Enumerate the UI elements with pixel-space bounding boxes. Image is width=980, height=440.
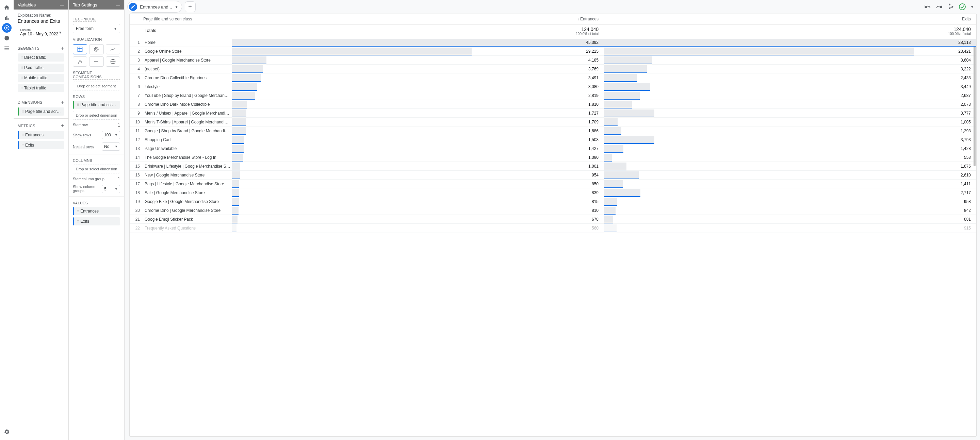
nav-configure-icon[interactable]	[2, 43, 11, 53]
table-row[interactable]: 20Chrome Dino | Google Merchandise Store…	[130, 206, 976, 215]
visualization-label: VISUALIZATION	[73, 37, 120, 42]
table-row[interactable]: 15Drinkware | Lifestyle | Google Merchan…	[130, 162, 976, 171]
cell-entrances: 4,185	[232, 56, 604, 64]
edit-tab-icon[interactable]	[129, 3, 137, 11]
viz-geo-icon[interactable]	[106, 56, 120, 67]
svg-point-3	[6, 37, 8, 39]
drag-handle-icon: ⠿	[76, 210, 78, 213]
table-body[interactable]: 1Home45,39228,1132Google Online Store29,…	[130, 38, 976, 436]
nav-home-icon[interactable]	[2, 3, 11, 12]
table-row[interactable]: 16New | Google Merchandise Store9542,610	[130, 171, 976, 179]
table-row[interactable]: 13Page Unavailable1,4271,428	[130, 144, 976, 153]
nav-reports-icon[interactable]	[2, 13, 11, 22]
nav-explore-icon[interactable]	[2, 23, 11, 33]
nav-advertising-icon[interactable]	[2, 33, 11, 43]
chip-entrances[interactable]: ⠿Entrances	[18, 131, 64, 139]
active-tab[interactable]: Entrances and... ▼	[127, 1, 182, 13]
viz-scatter-icon[interactable]	[73, 56, 87, 67]
table-row[interactable]: 11Google | Shop by Brand | Google Mercha…	[130, 127, 976, 135]
nav-admin-gear-icon[interactable]	[2, 427, 11, 437]
chevron-down-icon: ▼	[115, 187, 118, 191]
collapse-variables-icon[interactable]: —	[60, 2, 64, 8]
technique-value: Free form	[76, 26, 94, 31]
table-row[interactable]: 4(not set)3,7693,222	[130, 65, 976, 73]
table-row[interactable]: 17Bags | Lifestyle | Google Merchandise …	[130, 179, 976, 188]
viz-table-icon[interactable]	[73, 44, 87, 54]
table-row[interactable]: 2Google Online Store29,22523,421	[130, 47, 976, 56]
cell-exits: 681	[604, 215, 976, 223]
viz-bar-icon[interactable]	[89, 56, 103, 67]
table-row[interactable]: 3Apparel | Google Merchandise Store4,185…	[130, 56, 976, 65]
table-row[interactable]: 18Sale | Google Merchandise Store8392,71…	[130, 188, 976, 197]
chevron-down-icon: ▼	[115, 133, 118, 137]
nested-rows-select[interactable]: No▼	[102, 143, 120, 151]
table-row[interactable]: 6Lifestyle3,0803,449	[130, 82, 976, 91]
chip-tablet-traffic[interactable]: ⠿Tablet traffic	[18, 84, 64, 92]
collapse-tab-settings-icon[interactable]: —	[116, 2, 120, 8]
start-row-value[interactable]: 1	[118, 122, 120, 127]
table-row[interactable]: 22Frequently Asked Questions560915	[130, 224, 976, 233]
date-range-value: Apr 10 - May 9, 2022	[20, 32, 62, 37]
tab-settings-panel: Tab Settings — TECHNIQUE Free form ▼ VIS…	[69, 0, 124, 440]
cell-exits: 1,675	[604, 162, 976, 170]
chip-exits[interactable]: ⠿Exits	[18, 141, 64, 149]
redo-icon[interactable]	[936, 3, 943, 10]
header-entrances[interactable]: ↓ Entrances	[232, 14, 604, 24]
table-row[interactable]: 14The Google Merchandise Store - Log In1…	[130, 153, 976, 162]
viz-donut-icon[interactable]	[89, 44, 103, 54]
share-icon[interactable]	[947, 3, 954, 10]
sort-arrow-down-icon: ↓	[578, 17, 579, 21]
table-row[interactable]: 5Chrome Dino Collectible Figurines3,4912…	[130, 73, 976, 82]
chip-direct-traffic[interactable]: ⠿Direct traffic	[18, 53, 64, 62]
cell-entrances: 839	[232, 188, 604, 197]
main-area: Entrances and... ▼ + ▼ Page title and sc…	[124, 0, 980, 440]
table-row[interactable]: 10Men's T-Shirts | Apparel | Google Merc…	[130, 118, 976, 127]
cell-entrances: 810	[232, 206, 604, 214]
more-menu-icon[interactable]: ▼	[970, 5, 974, 9]
segment-comparison-dropzone[interactable]: Drop or select segment	[73, 82, 120, 91]
chip-paid-traffic[interactable]: ⠿Paid traffic	[18, 64, 64, 72]
date-range-picker[interactable]: Custom Apr 10 - May 9, 2022 ▼	[18, 27, 64, 38]
add-segment-button[interactable]: +	[61, 45, 64, 51]
header-dimension[interactable]: Page title and screen class	[143, 14, 232, 24]
table-row[interactable]: 9Men's / Unisex | Apparel | Google Merch…	[130, 109, 976, 118]
segment-comparisons-label: SEGMENT COMPARISONS	[73, 71, 120, 79]
table-row[interactable]: 8Chrome Dino Dark Mode Collectible1,8102…	[130, 100, 976, 109]
cell-entrances: 560	[232, 224, 604, 232]
totals-row: Totals 124,040 100.0% of total 124,040 1…	[130, 24, 976, 38]
header-exits[interactable]: Exits	[604, 14, 976, 24]
table-row[interactable]: 7YouTube | Shop by Brand | Google Mercha…	[130, 91, 976, 100]
cell-exits: 2,433	[604, 73, 976, 82]
drag-handle-icon: ⠿	[76, 220, 78, 223]
cell-entrances: 3,491	[232, 73, 604, 82]
chip-exits[interactable]: ⠿Exits	[73, 217, 120, 226]
drag-handle-icon: ⠿	[21, 143, 23, 147]
chip-entrances[interactable]: ⠿Entrances	[73, 207, 120, 215]
cell-exits: 2,073	[604, 100, 976, 108]
status-indicator[interactable]	[959, 3, 966, 10]
chip-page-title-and-scree-[interactable]: ⠿Page title and scree...	[18, 108, 64, 116]
rows-dropzone[interactable]: Drop or select dimension	[73, 111, 120, 120]
columns-dropzone[interactable]: Drop or select dimension	[73, 165, 120, 173]
chip-mobile-traffic[interactable]: ⠿Mobile traffic	[18, 74, 64, 82]
add-metric-button[interactable]: +	[61, 123, 64, 129]
exploration-name[interactable]: Entrances and Exits	[18, 18, 64, 24]
table-header: Page title and screen class ↓ Entrances …	[130, 14, 976, 24]
show-column-groups-select[interactable]: 5▼	[102, 185, 120, 193]
technique-select[interactable]: Free form ▼	[73, 24, 120, 33]
variables-header: Variables —	[14, 0, 68, 10]
undo-icon[interactable]	[924, 3, 931, 10]
table-row[interactable]: 1Home45,39228,113	[130, 38, 976, 47]
cell-exits: 3,222	[604, 65, 976, 73]
table-row[interactable]: 19Google Bike | Google Merchandise Store…	[130, 197, 976, 206]
show-rows-select[interactable]: 100▼	[102, 131, 120, 139]
cell-exits: 1,428	[604, 144, 976, 152]
cell-entrances: 3,080	[232, 82, 604, 91]
start-column-group-value[interactable]: 1	[118, 176, 120, 181]
add-tab-button[interactable]: +	[185, 2, 196, 12]
add-dimension-button[interactable]: +	[61, 99, 64, 105]
table-row[interactable]: 12Shopping Cart1,5083,793	[130, 135, 976, 144]
viz-line-icon[interactable]	[106, 44, 120, 54]
rows-chip-page-title[interactable]: ⠿ Page title and scree...	[73, 101, 120, 109]
table-row[interactable]: 21Google Emoji Sticker Pack678681	[130, 215, 976, 224]
